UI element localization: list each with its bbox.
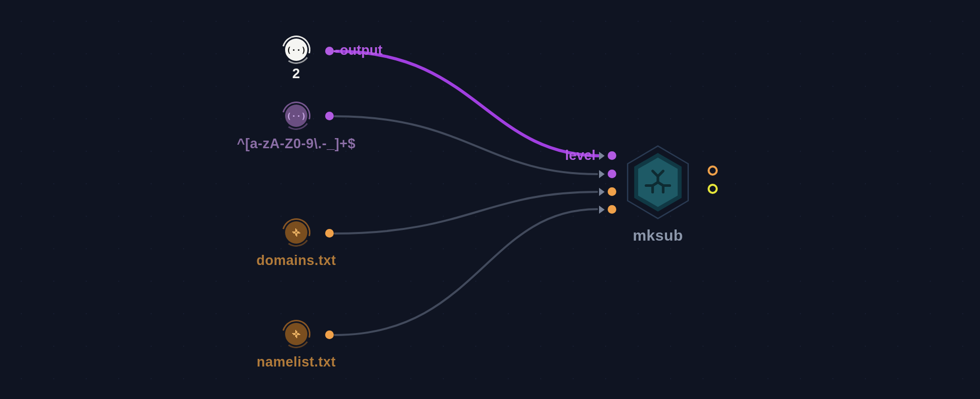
triangle-icon <box>599 188 605 196</box>
string-node-icon: (··) <box>285 105 307 127</box>
node-1-output-port[interactable] <box>325 47 334 55</box>
port-dot <box>608 151 616 160</box>
triangle-icon <box>599 152 605 160</box>
node-label: 2 <box>292 66 300 82</box>
node-label: namelist.txt <box>257 354 336 370</box>
node-label: mksub <box>633 227 683 244</box>
node-namelist-file[interactable]: namelist.txt <box>285 323 307 345</box>
triangle-icon <box>599 206 605 214</box>
node-domains-file[interactable]: domains.txt <box>285 221 307 244</box>
node-literal-2[interactable]: (··) 2 <box>285 39 307 82</box>
node-mksub[interactable]: mksub <box>625 145 691 244</box>
node-2-output-port[interactable] <box>325 112 334 120</box>
port-dot <box>608 170 616 178</box>
port-dot <box>608 205 616 214</box>
node-3-output-port[interactable] <box>325 229 334 238</box>
string-node-icon: (··) <box>285 39 307 61</box>
target-input-wordlist[interactable] <box>599 205 616 214</box>
target-input-domains[interactable] <box>599 187 616 196</box>
tool-hex-icon <box>625 145 691 220</box>
node-1-output-label: output <box>340 43 382 58</box>
triangle-icon <box>599 170 605 178</box>
file-node-icon <box>285 221 307 244</box>
target-output-1[interactable] <box>708 165 718 176</box>
target-input-level[interactable] <box>599 151 616 160</box>
node-4-output-port[interactable] <box>325 330 334 339</box>
node-label: ^[a-zA-Z0-9\.-_]+$ <box>237 136 356 152</box>
node-regex[interactable]: (··) ^[a-zA-Z0-9\.-_]+$ <box>285 105 307 127</box>
target-input-regex[interactable] <box>599 170 616 178</box>
node-label: domains.txt <box>256 253 336 269</box>
target-input-label-level: level <box>565 148 596 163</box>
edges-layer <box>0 0 980 399</box>
target-output-2[interactable] <box>708 184 718 194</box>
port-dot <box>608 187 616 196</box>
workflow-canvas[interactable]: (··) 2 output (··) ^[a-zA-Z0-9\.-_]+$ do… <box>0 0 980 399</box>
file-node-icon <box>285 323 307 345</box>
